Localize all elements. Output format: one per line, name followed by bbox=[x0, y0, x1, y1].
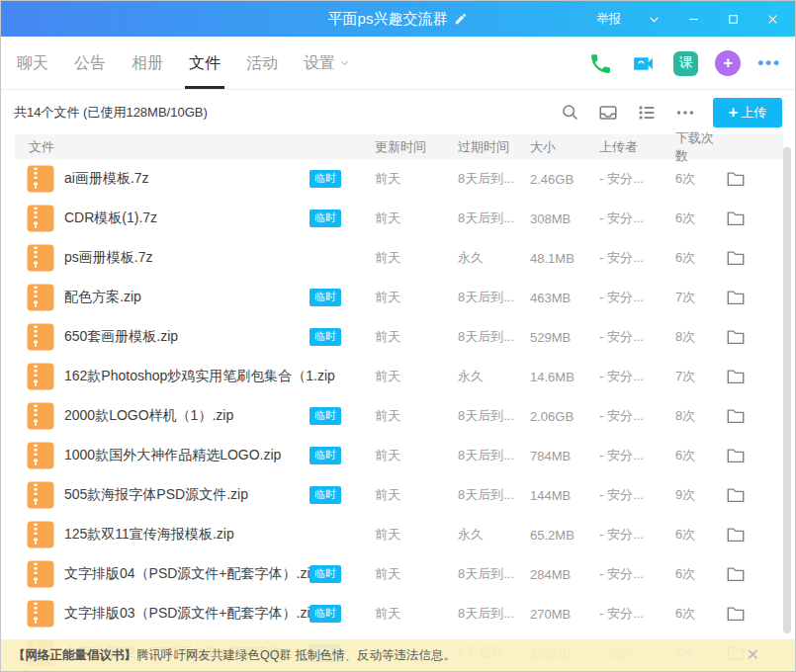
file-expiry: 8天后到... bbox=[458, 407, 530, 425]
zip-file-icon bbox=[27, 600, 54, 628]
column-updated: 更新时间 bbox=[375, 138, 458, 156]
zip-file-icon bbox=[27, 284, 54, 311]
zip-file-icon bbox=[27, 205, 54, 232]
more-options-icon[interactable] bbox=[674, 102, 696, 124]
save-to-folder-icon[interactable] bbox=[726, 565, 746, 583]
add-icon[interactable]: + bbox=[715, 50, 741, 76]
minimize-button[interactable] bbox=[680, 6, 706, 32]
more-actions-icon[interactable]: ••• bbox=[757, 58, 781, 68]
save-to-folder-icon[interactable] bbox=[726, 407, 746, 425]
file-row[interactable]: ai画册模板.7z 临时 前天 8天后到... 2.46GB - 安分... 6… bbox=[1, 159, 795, 199]
maximize-button[interactable] bbox=[720, 6, 746, 32]
close-button[interactable] bbox=[759, 6, 785, 32]
file-downloads: 6次 bbox=[675, 605, 726, 623]
file-size: 14.6MB bbox=[530, 370, 599, 384]
save-to-folder-icon[interactable] bbox=[726, 605, 746, 623]
file-downloads: 6次 bbox=[675, 447, 726, 464]
file-uploader: - 安分... bbox=[599, 407, 675, 425]
file-updated: 前天 bbox=[375, 249, 458, 267]
column-file: 文件 bbox=[15, 138, 375, 156]
file-size: 270MB bbox=[530, 607, 599, 622]
file-row[interactable]: CDR模板(1).7z 临时 前天 8天后到... 308MB - 安分... … bbox=[1, 199, 795, 238]
save-to-folder-icon[interactable] bbox=[726, 289, 746, 306]
file-name: 2000款LOGO样机（1）.zip bbox=[64, 407, 310, 425]
file-name: 1000款国外大神作品精选LOGO.zip bbox=[64, 447, 310, 464]
file-downloads: 8次 bbox=[675, 328, 726, 346]
file-row[interactable]: 162款Photoshop炒鸡实用笔刷包集合（1.zip 临时 前天 永久 14… bbox=[1, 357, 795, 396]
file-expiry: 8天后到... bbox=[458, 170, 530, 188]
notice-close-icon[interactable]: ✕ bbox=[747, 647, 759, 663]
file-name: 650套画册模板.zip bbox=[64, 328, 310, 346]
column-downloads: 下载次数 bbox=[675, 129, 726, 165]
tab-announcement[interactable]: 公告 bbox=[67, 37, 113, 89]
list-view-icon[interactable] bbox=[636, 102, 658, 124]
file-name: CDR模板(1).7z bbox=[64, 210, 310, 227]
file-cell: 125款双11宣传海报模板.zip 临时 bbox=[1, 521, 375, 548]
edit-title-icon[interactable] bbox=[454, 12, 468, 26]
class-icon[interactable]: 课 bbox=[673, 51, 698, 76]
save-to-folder-icon[interactable] bbox=[726, 447, 746, 464]
tab-files[interactable]: 文件 bbox=[182, 37, 227, 89]
save-to-folder-icon[interactable] bbox=[726, 328, 746, 346]
file-cell: 文字排版04（PSD源文件+配套字体）.zip 临时 bbox=[1, 560, 375, 588]
tab-album[interactable]: 相册 bbox=[125, 37, 170, 89]
inbox-icon[interactable] bbox=[597, 102, 619, 124]
file-row[interactable]: 650套画册模板.zip 临时 前天 8天后到... 529MB - 安分...… bbox=[1, 317, 795, 357]
file-row[interactable]: 505款海报字体PSD源文件.zip 临时 前天 8天后到... 144MB -… bbox=[1, 475, 795, 515]
file-expiry: 8天后到... bbox=[458, 328, 530, 346]
file-cell: ai画册模板.7z 临时 bbox=[1, 165, 375, 193]
file-uploader: - 安分... bbox=[599, 447, 675, 464]
tab-settings[interactable]: 设置 bbox=[297, 37, 357, 89]
tab-bar: 聊天 公告 相册 文件 活动 设置 课 + ••• bbox=[1, 37, 795, 90]
zip-file-icon bbox=[27, 442, 54, 469]
save-to-folder-icon[interactable] bbox=[726, 249, 746, 267]
chevron-down-icon[interactable] bbox=[641, 6, 666, 32]
file-uploader: - 安分... bbox=[599, 170, 675, 188]
file-row[interactable]: 配色方案.zip 临时 前天 8天后到... 463MB - 安分... 7次 bbox=[1, 278, 795, 317]
column-size: 大小 bbox=[530, 138, 599, 156]
tab-chat[interactable]: 聊天 bbox=[10, 37, 55, 89]
temp-badge: 临时 bbox=[310, 289, 341, 305]
search-icon[interactable] bbox=[560, 102, 580, 123]
report-button[interactable]: 举报 bbox=[596, 11, 621, 28]
temp-badge: 临时 bbox=[310, 447, 341, 463]
save-to-folder-icon[interactable] bbox=[726, 170, 746, 188]
upload-button[interactable]: +上传 bbox=[713, 98, 782, 127]
save-to-folder-icon[interactable] bbox=[726, 210, 746, 227]
file-row[interactable]: ps画册模板.7z 临时 前天 永久 48.1MB - 安分... 6次 bbox=[1, 238, 795, 278]
video-call-icon[interactable] bbox=[630, 51, 657, 76]
file-name: 文字排版04（PSD源文件+配套字体）.zip bbox=[64, 565, 310, 583]
file-name: 125款双11宣传海报模板.zip bbox=[64, 526, 310, 544]
file-name: 505款海报字体PSD源文件.zip bbox=[64, 486, 310, 504]
file-size: 463MB bbox=[530, 291, 599, 305]
tab-activity[interactable]: 活动 bbox=[239, 37, 285, 89]
file-size: 284MB bbox=[530, 567, 599, 582]
file-row[interactable]: 1000款国外大神作品精选LOGO.zip 临时 前天 8天后到... 784M… bbox=[1, 436, 795, 475]
file-downloads: 6次 bbox=[675, 565, 726, 583]
file-expiry: 8天后到... bbox=[458, 289, 530, 306]
save-to-folder-icon[interactable] bbox=[726, 368, 746, 385]
file-row[interactable]: 125款双11宣传海报模板.zip 临时 前天 永久 65.2MB - 安分..… bbox=[1, 515, 795, 554]
file-uploader: - 安分... bbox=[599, 565, 675, 583]
voice-call-icon[interactable] bbox=[588, 51, 613, 76]
toolbar-actions: +上传 bbox=[560, 98, 782, 127]
file-updated: 前天 bbox=[375, 526, 458, 544]
file-name: ps画册模板.7z bbox=[64, 249, 310, 267]
file-row[interactable]: 2000款LOGO样机（1）.zip 临时 前天 8天后到... 2.06GB … bbox=[1, 396, 795, 436]
file-count-summary: 共14个文件 (已使用128MB/10GB) bbox=[14, 104, 208, 122]
zip-file-icon bbox=[27, 402, 54, 430]
vertical-scrollbar[interactable] bbox=[783, 147, 791, 633]
file-row[interactable]: 文字排版04（PSD源文件+配套字体）.zip 临时 前天 8天后到... 28… bbox=[1, 554, 795, 594]
save-to-folder-icon[interactable] bbox=[726, 486, 746, 504]
file-rows: ai画册模板.7z 临时 前天 8天后到... 2.46GB - 安分... 6… bbox=[1, 159, 795, 672]
file-cell: 505款海报字体PSD源文件.zip 临时 bbox=[1, 481, 375, 509]
file-downloads: 7次 bbox=[675, 368, 726, 385]
zip-file-icon bbox=[27, 363, 54, 390]
file-name: ai画册模板.7z bbox=[64, 170, 310, 188]
file-expiry: 8天后到... bbox=[458, 565, 530, 583]
file-row[interactable]: 文字排版03（PSD源文件+配套字体）.zip 临时 前天 8天后到... 27… bbox=[1, 594, 795, 633]
file-uploader: - 安分... bbox=[599, 249, 675, 267]
file-name: 162款Photoshop炒鸡实用笔刷包集合（1.zip bbox=[64, 368, 310, 385]
temp-badge: 临时 bbox=[310, 565, 341, 582]
save-to-folder-icon[interactable] bbox=[726, 526, 746, 544]
